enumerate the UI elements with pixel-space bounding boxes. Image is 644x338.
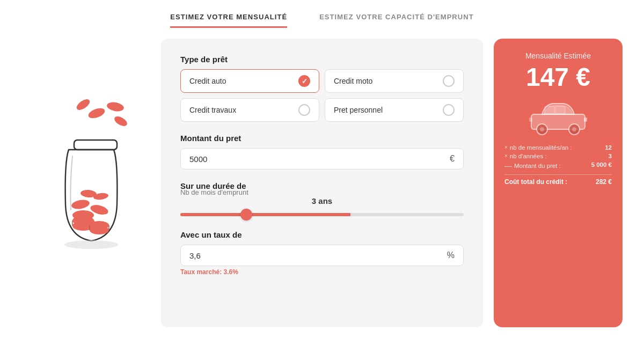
car-icon (526, 98, 590, 136)
car-icon-wrapper (504, 98, 612, 136)
result-card-title: Mensualité Estimée (525, 52, 591, 60)
multiply-icon-2: × (504, 153, 508, 159)
duration-section: Sur une durée de Nb de mois d'emprunt 3 … (180, 181, 464, 218)
result-row-montant: — Montant du pret : 5 000 € (504, 161, 612, 170)
loan-option-auto-label: Credit auto (189, 77, 226, 85)
svg-point-23 (540, 127, 544, 131)
percent-symbol: % (447, 251, 455, 260)
duration-subtitle: Nb de mois d'emprunt (180, 188, 464, 196)
tabs-bar: ESTIMEZ VOTRE MENSUALITÉ ESTIMEZ VOTRE C… (0, 0, 644, 28)
svg-rect-27 (529, 117, 532, 122)
montant-value: 5 000 € (591, 161, 612, 170)
tab-capacite[interactable]: ESTIMEZ VOTRE CAPACITÉ D'EMPRUNT (319, 13, 473, 28)
amount-input-wrapper: € (180, 148, 464, 170)
radio-moto (443, 75, 455, 87)
loan-option-personnel-label: Pret personnel (334, 106, 383, 114)
result-row-mensualites: × nb de mensualités/an : 12 (504, 144, 612, 151)
svg-point-0 (87, 106, 106, 120)
tab-mensualite[interactable]: ESTIMEZ VOTRE MENSUALITÉ (170, 13, 287, 28)
amount-title: Montant du pret (180, 134, 464, 143)
total-label: Coût total du crédit : (504, 178, 567, 186)
loan-option-travaux-label: Credit travaux (189, 106, 236, 114)
amount-input[interactable] (189, 155, 450, 164)
check-auto: ✓ (302, 77, 308, 85)
loan-option-moto[interactable]: Credit moto (325, 69, 464, 93)
annees-value: 3 (609, 153, 612, 159)
svg-rect-26 (584, 117, 587, 122)
total-value: 282 € (596, 178, 612, 186)
slider-wrapper (180, 209, 464, 218)
amount-section: Montant du pret € (180, 134, 464, 170)
result-amount: 147 € (526, 63, 590, 92)
result-details: × nb de mensualités/an : 12 × nb d'année… (504, 144, 612, 186)
illustration-area (21, 39, 161, 327)
result-row-annees: × nb d'années : 3 (504, 153, 612, 159)
svg-point-11 (90, 221, 109, 230)
rate-input[interactable] (189, 251, 447, 260)
svg-point-3 (113, 114, 129, 128)
annees-label: nb d'années : (510, 153, 547, 159)
svg-point-25 (572, 127, 576, 131)
svg-point-7 (72, 210, 94, 220)
loan-type-title: Type de prêt (180, 55, 464, 64)
multiply-icon: × (504, 144, 508, 150)
rate-title: Avec un taux de (180, 230, 464, 239)
main-content: Type de prêt Credit auto ✓ Credit moto C… (0, 28, 644, 338)
loan-type-grid: Credit auto ✓ Credit moto Credit travaux (180, 69, 464, 122)
radio-auto: ✓ (298, 75, 310, 87)
svg-point-2 (75, 97, 92, 112)
mensualites-label: nb de mensualités/an : (510, 144, 572, 151)
loan-type-section: Type de prêt Credit auto ✓ Credit moto C… (180, 55, 464, 122)
duration-slider[interactable] (180, 213, 464, 216)
minus-icon: — (504, 161, 512, 170)
rate-input-wrapper: % (180, 245, 464, 266)
euro-symbol: € (450, 154, 455, 164)
form-area: Type de prêt Credit auto ✓ Credit moto C… (161, 39, 483, 327)
taux-marche: Taux marché: 3.6% (180, 268, 464, 276)
mensualites-value: 12 (605, 144, 612, 151)
loan-option-personnel[interactable]: Pret personnel (325, 98, 464, 122)
svg-point-1 (106, 101, 125, 112)
svg-rect-20 (545, 106, 554, 114)
svg-point-18 (64, 240, 118, 249)
loan-option-auto[interactable]: Credit auto ✓ (180, 69, 319, 93)
rate-section: Avec un taux de % Taux marché: 3.6% (180, 230, 464, 276)
loan-option-moto-label: Credit moto (334, 77, 372, 85)
radio-travaux (298, 104, 310, 116)
svg-point-14 (71, 199, 90, 210)
loan-option-travaux[interactable]: Credit travaux (180, 98, 319, 122)
svg-rect-4 (74, 140, 117, 150)
result-total-row: Coût total du crédit : 282 € (504, 174, 612, 186)
montant-label: Montant du pret : (514, 163, 561, 169)
svg-rect-21 (555, 106, 565, 114)
radio-personnel (443, 104, 455, 116)
jar-illustration (38, 97, 145, 269)
duration-value: 3 ans (180, 196, 464, 205)
result-card: Mensualité Estimée 147 € (494, 39, 623, 327)
